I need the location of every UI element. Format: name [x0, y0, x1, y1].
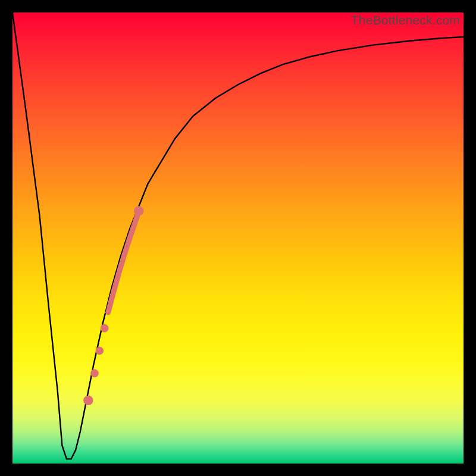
marker-dot-2	[95, 347, 104, 355]
marker-segment-start	[83, 396, 93, 405]
marker-dot-3	[101, 324, 109, 333]
marker-dots	[83, 206, 143, 405]
watermark-text: TheBottleneck.com	[351, 13, 460, 27]
chart-frame: TheBottleneck.com	[0, 0, 476, 476]
bottleneck-chart	[12, 12, 464, 464]
marker-dot-1	[90, 369, 99, 378]
marker-segment-end	[134, 206, 143, 215]
highlighted-range	[108, 211, 139, 313]
bottleneck-curve	[12, 12, 464, 459]
plot-area: TheBottleneck.com	[12, 12, 464, 464]
